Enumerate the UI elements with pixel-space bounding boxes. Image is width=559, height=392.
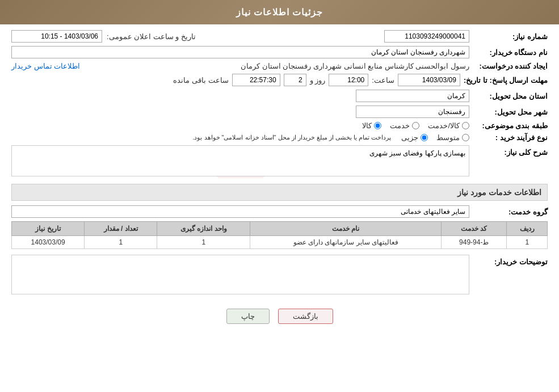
col-qty: تعداد / مقدار bbox=[85, 222, 157, 236]
radio-motavaset-input[interactable] bbox=[462, 134, 469, 141]
reply-deadline-label: مهلت ارسال پاسخ: تا تاریخ: bbox=[464, 76, 548, 85]
radio-kala-khedmat-label: کالا/خدمت bbox=[428, 121, 460, 130]
description-textarea[interactable]: بهسازی پارکها وفضای سبز شهری bbox=[11, 145, 469, 176]
category-label: طبقه بندی موضوعی: bbox=[474, 121, 548, 130]
city-input[interactable] bbox=[356, 106, 469, 118]
radio-motavaset: متوسط bbox=[436, 133, 469, 142]
creator-value: رسول ابوالحسنی کارشناس منابع انسانی شهرد… bbox=[85, 62, 469, 70]
buyer-input[interactable] bbox=[11, 46, 469, 58]
radio-khedmat-input[interactable] bbox=[412, 122, 419, 129]
creator-label: ایجاد کننده درخواست: bbox=[474, 62, 548, 70]
buttons-row: بازگشت چاپ bbox=[11, 302, 548, 331]
row-province: استان محل تحویل: bbox=[11, 90, 548, 102]
purchase-type-radio-group: متوسط جزیی bbox=[401, 133, 469, 142]
reply-remaining-input[interactable] bbox=[232, 74, 280, 86]
cell-unit: 1 bbox=[157, 236, 250, 249]
reply-days-label: روز و bbox=[310, 76, 326, 85]
category-radio-group: کالا/خدمت خدمت کالا bbox=[362, 121, 469, 130]
buyer-notes-section: توضیحات خریدار: bbox=[11, 255, 548, 296]
services-table-container: ردیف کد خدمت نام خدمت واحد اندازه گیری ت… bbox=[11, 221, 548, 249]
radio-jozii-label: جزیی bbox=[401, 133, 418, 142]
buyer-notes-label: توضیحات خریدار: bbox=[474, 255, 548, 266]
row-city: شهر محل تحویل: bbox=[11, 106, 548, 118]
creator-contact-link[interactable]: اطلاعات تماس خریدار bbox=[11, 62, 80, 70]
need-number-input[interactable] bbox=[384, 30, 469, 43]
row-creator: ایجاد کننده درخواست: رسول ابوالحسنی کارش… bbox=[11, 62, 548, 70]
radio-kala-khedmat: کالا/خدمت bbox=[428, 121, 469, 130]
back-button[interactable]: بازگشت bbox=[278, 309, 333, 324]
province-input[interactable] bbox=[356, 90, 469, 102]
row-service-group: گروه خدمت: bbox=[11, 205, 548, 218]
table-row: 1 ط-94-949 فعالیتهای سایر سازمانهای دارا… bbox=[12, 236, 548, 249]
radio-kala-label: کالا bbox=[362, 121, 372, 130]
service-group-label: گروه خدمت: bbox=[474, 208, 548, 216]
page-header: جزئیات اطلاعات نیاز bbox=[0, 0, 559, 24]
cell-row: 1 bbox=[507, 236, 548, 249]
col-date: تاریخ نیاز bbox=[12, 222, 85, 236]
service-group-input[interactable] bbox=[11, 205, 469, 218]
services-section-title: اطلاعات خدمات مورد نیاز bbox=[11, 184, 548, 201]
services-table: ردیف کد خدمت نام خدمت واحد اندازه گیری ت… bbox=[11, 221, 548, 249]
cell-name: فعالیتهای سایر سازمانهای دارای عضو bbox=[250, 236, 442, 249]
row-reply-deadline: مهلت ارسال پاسخ: تا تاریخ: ساعت: روز و س… bbox=[11, 74, 548, 86]
table-header-row: ردیف کد خدمت نام خدمت واحد اندازه گیری ت… bbox=[12, 222, 548, 236]
row-category: طبقه بندی موضوعی: کالا/خدمت خدمت کالا bbox=[11, 121, 548, 130]
announce-input[interactable] bbox=[11, 30, 102, 43]
description-section: شرح کلی نیاز: بهسازی پارکها وفضای سبز شه… bbox=[11, 145, 548, 178]
col-row: ردیف bbox=[507, 222, 548, 236]
need-number-label: شماره نیاز: bbox=[474, 32, 548, 41]
cell-code: ط-94-949 bbox=[442, 236, 507, 249]
reply-remaining-label: ساعت باقی مانده bbox=[173, 76, 228, 85]
reply-days-input[interactable] bbox=[284, 74, 306, 86]
page-title: جزئیات اطلاعات نیاز bbox=[236, 7, 323, 17]
buyer-label: نام دستگاه خریدار: bbox=[474, 48, 548, 57]
announce-label: تاریخ و ساعت اعلان عمومی: bbox=[107, 32, 196, 41]
radio-kala-khedmat-input[interactable] bbox=[462, 122, 469, 129]
row-buyer: نام دستگاه خریدار: bbox=[11, 46, 548, 58]
reply-date-input[interactable] bbox=[398, 74, 460, 86]
radio-jozii: جزیی bbox=[401, 133, 428, 142]
row-need-number: شماره نیاز: تاریخ و ساعت اعلان عمومی: bbox=[11, 30, 548, 43]
province-label: استان محل تحویل: bbox=[474, 92, 548, 100]
col-code: کد خدمت bbox=[442, 222, 507, 236]
reply-time-input[interactable] bbox=[329, 74, 368, 86]
radio-jozii-input[interactable] bbox=[421, 134, 428, 141]
buyer-notes-textarea[interactable] bbox=[11, 255, 469, 294]
radio-khedmat: خدمت bbox=[390, 121, 419, 130]
main-content: شماره نیاز: تاریخ و ساعت اعلان عمومی: نا… bbox=[0, 24, 559, 336]
col-name: نام خدمت bbox=[250, 222, 442, 236]
description-label: شرح کلی نیاز: bbox=[474, 145, 548, 157]
col-unit: واحد اندازه گیری bbox=[157, 222, 250, 236]
purchase-type-label: نوع فرآیند خرید : bbox=[474, 133, 548, 142]
print-button[interactable]: چاپ bbox=[226, 309, 270, 324]
radio-motavaset-label: متوسط bbox=[436, 133, 460, 142]
purchase-note: پرداخت تمام یا بخشی از مبلغ خریدار از مح… bbox=[192, 134, 391, 141]
radio-kala: کالا bbox=[362, 121, 381, 130]
reply-time-label: ساعت: bbox=[372, 76, 394, 85]
cell-qty: 1 bbox=[85, 236, 157, 249]
city-label: شهر محل تحویل: bbox=[474, 108, 548, 116]
radio-kala-input[interactable] bbox=[374, 122, 381, 129]
radio-khedmat-label: خدمت bbox=[390, 121, 410, 130]
page-wrapper: جزئیات اطلاعات نیاز شماره نیاز: تاریخ و … bbox=[0, 0, 559, 392]
cell-date: 1403/03/09 bbox=[12, 236, 85, 249]
row-purchase-type: نوع فرآیند خرید : متوسط جزیی پرداخت تمام… bbox=[11, 133, 548, 142]
